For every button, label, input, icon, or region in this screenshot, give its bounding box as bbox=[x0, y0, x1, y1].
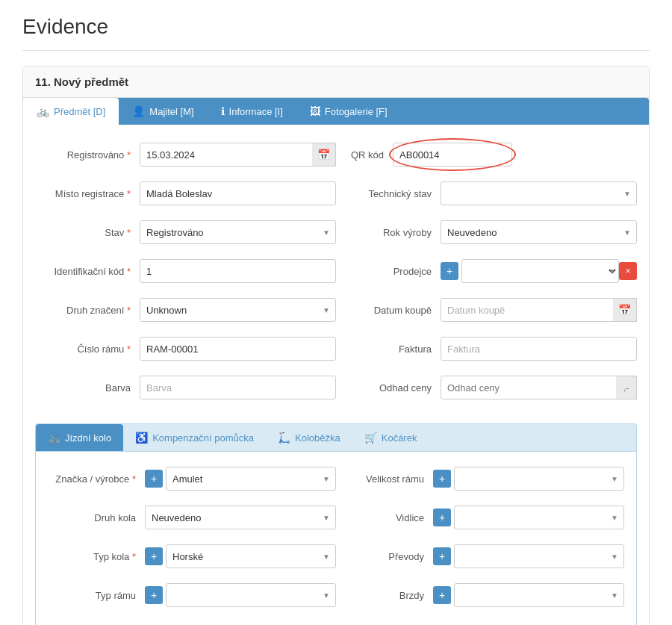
sub-tab-kolobezka-label: Koloběžka bbox=[295, 432, 340, 444]
row-qr-kod: QR kód bbox=[336, 140, 637, 170]
label-prodejce: Prodejce bbox=[351, 266, 441, 277]
prevody-select[interactable] bbox=[454, 544, 624, 568]
info-icon: ℹ bbox=[221, 105, 225, 117]
section-number: 11. bbox=[35, 75, 51, 88]
row-registrovano: Registrováno 📅 bbox=[35, 140, 336, 170]
druh-kola-select-wrapper: Neuvedeno ▼ bbox=[145, 506, 336, 529]
label-datum-koupe: Datum koupě bbox=[351, 305, 441, 316]
znacka-select[interactable]: Amulet bbox=[166, 467, 336, 491]
sub-tab-kolobezka[interactable]: 🛴 Koloběžka bbox=[266, 424, 352, 451]
registrovano-calendar-icon[interactable]: 📅 bbox=[312, 143, 336, 167]
technicky-stav-select[interactable] bbox=[441, 181, 637, 205]
registrovano-field-wrapper: 📅 bbox=[140, 143, 336, 167]
prevody-add-button[interactable]: + bbox=[433, 547, 451, 565]
row-druh-znaceni: Druh značení Unknown ▼ bbox=[35, 295, 336, 325]
label-misto-registrace: Místo registrace bbox=[35, 188, 140, 199]
velikost-ramu-add-button[interactable]: + bbox=[433, 470, 451, 488]
label-znacka: Značka / výrobce bbox=[48, 473, 145, 485]
stav-select[interactable]: Registrováno bbox=[140, 220, 336, 244]
typ-ramu-wrapper: + ▼ bbox=[145, 583, 336, 607]
typ-ramu-select-wrapper: ▼ bbox=[166, 583, 336, 607]
typ-ramu-add-button[interactable]: + bbox=[145, 586, 163, 604]
row-datum-koupe: Datum koupě 📅 bbox=[336, 295, 637, 325]
user-icon: 👤 bbox=[132, 105, 145, 117]
label-typ-kola: Typ kola bbox=[48, 551, 145, 562]
kolobezka-icon: 🛴 bbox=[278, 432, 290, 444]
typ-kola-select-wrapper: Horské ▼ bbox=[166, 544, 336, 568]
sub-tab-kocárek-label: Kočárek bbox=[382, 432, 417, 444]
row-barva: Barva bbox=[35, 373, 336, 402]
velikost-ramu-select-wrapper: ▼ bbox=[454, 467, 624, 491]
qr-kod-input[interactable] bbox=[393, 143, 512, 167]
brzdy-select[interactable] bbox=[454, 583, 624, 607]
sub-tab-kompenzacni[interactable]: ♿ Kompenzační pomůcka bbox=[123, 424, 266, 451]
typ-ramu-select[interactable] bbox=[166, 583, 336, 607]
label-barva: Barva bbox=[35, 382, 140, 394]
vidlice-add-button[interactable]: + bbox=[433, 509, 451, 526]
prodejce-select[interactable] bbox=[461, 259, 619, 283]
brzdy-add-button[interactable]: + bbox=[433, 586, 451, 604]
row-znacka: Značka / výrobce + Amulet ▼ bbox=[48, 464, 336, 494]
tab-majitel-label: Majitel [M] bbox=[149, 106, 193, 117]
left-column: Registrováno 📅 Místo registrace Stav bbox=[35, 140, 336, 411]
znacka-add-button[interactable]: + bbox=[145, 470, 163, 488]
datum-koupe-field-wrapper: 📅 bbox=[441, 298, 637, 322]
label-rok-vyroby: Rok výroby bbox=[351, 227, 441, 238]
tab-majitel[interactable]: 👤 Majitel [M] bbox=[119, 98, 207, 125]
registrovano-input[interactable] bbox=[140, 143, 336, 167]
druh-kola-select[interactable]: Neuvedeno bbox=[145, 506, 336, 529]
sub-form-grid: Značka / výrobce + Amulet ▼ bbox=[48, 464, 624, 619]
label-vidlice: Vidlice bbox=[351, 512, 433, 523]
prodejce-add-button[interactable]: + bbox=[441, 262, 458, 280]
right-column: QR kód Technický stav ▼ bbox=[336, 140, 637, 411]
misto-registrace-input[interactable] bbox=[140, 181, 336, 205]
typ-kola-select[interactable]: Horské bbox=[166, 544, 336, 568]
rok-vyroby-select[interactable]: Neuvedeno bbox=[441, 220, 637, 244]
row-vidlice: Vidlice + ▼ bbox=[336, 503, 624, 532]
row-stav: Stav Registrováno ▼ bbox=[35, 217, 336, 247]
sub-tab-kocárek[interactable]: 🛒 Kočárek bbox=[352, 424, 429, 451]
label-odhad-ceny: Odhad ceny bbox=[351, 382, 441, 394]
identifikacni-kod-input[interactable] bbox=[140, 259, 336, 283]
sub-tabs-bar: 🚲 Jízdní kolo ♿ Kompenzační pomůcka 🛴 Ko… bbox=[35, 423, 637, 452]
row-odhad-ceny: Odhad ceny ,- bbox=[336, 373, 637, 402]
cislo-ramu-input[interactable] bbox=[140, 337, 336, 361]
label-velikost-ramu: Velikost rámu bbox=[351, 473, 433, 485]
row-misto-registrace: Místo registrace bbox=[35, 178, 336, 208]
row-faktura: Faktura bbox=[336, 334, 637, 364]
main-tabs-bar: 🚲 Předmět [D] 👤 Majitel [M] ℹ Informace … bbox=[23, 98, 649, 125]
sub-tab-kompenzacni-label: Kompenzační pomůcka bbox=[152, 432, 254, 444]
vidlice-select[interactable] bbox=[454, 506, 624, 529]
brzdy-select-wrapper: ▼ bbox=[454, 583, 624, 607]
faktura-input[interactable] bbox=[441, 337, 637, 361]
tab-fotogalerie[interactable]: 🖼 Fotogalerie [F] bbox=[296, 98, 401, 125]
prodejce-wrapper: + ▼ × bbox=[441, 259, 637, 283]
label-registrovano: Registrováno bbox=[35, 149, 140, 161]
velikost-ramu-select[interactable] bbox=[454, 467, 624, 491]
tab-predmet[interactable]: 🚲 Předmět [D] bbox=[23, 98, 119, 125]
sub-tab-jizdni-kolo[interactable]: 🚲 Jízdní kolo bbox=[36, 424, 123, 451]
odhad-ceny-input[interactable] bbox=[441, 376, 637, 399]
stav-select-wrapper: Registrováno ▼ bbox=[140, 220, 336, 244]
typ-kola-add-button[interactable]: + bbox=[145, 547, 163, 565]
druh-znaceni-select[interactable]: Unknown bbox=[140, 298, 336, 322]
prodejce-remove-button[interactable]: × bbox=[619, 262, 637, 280]
datum-koupe-calendar-icon[interactable]: 📅 bbox=[613, 298, 637, 322]
row-typ-ramu: Typ rámu + ▼ bbox=[48, 580, 336, 610]
znacka-select-wrapper: Amulet ▼ bbox=[166, 467, 336, 491]
odhad-suffix-icon: ,- bbox=[616, 376, 637, 399]
form-area: Registrováno 📅 Místo registrace Stav bbox=[23, 125, 649, 625]
datum-koupe-input[interactable] bbox=[441, 298, 637, 322]
form-grid: Registrováno 📅 Místo registrace Stav bbox=[35, 140, 637, 411]
kompenzacni-icon: ♿ bbox=[135, 432, 148, 444]
prevody-wrapper: + ▼ bbox=[433, 544, 624, 568]
druh-znaceni-select-wrapper: Unknown ▼ bbox=[140, 298, 336, 322]
barva-input[interactable] bbox=[140, 376, 336, 399]
label-stav: Stav bbox=[35, 227, 140, 238]
label-qr-kod: QR kód bbox=[351, 149, 393, 161]
row-velikost-ramu: Velikost rámu + ▼ bbox=[336, 464, 624, 494]
typ-kola-wrapper: + Horské ▼ bbox=[145, 544, 336, 568]
tab-informace[interactable]: ℹ Informace [I] bbox=[208, 98, 296, 125]
kocárek-icon: 🛒 bbox=[364, 432, 377, 444]
row-druh-kola: Druh kola Neuvedeno ▼ bbox=[48, 503, 336, 532]
